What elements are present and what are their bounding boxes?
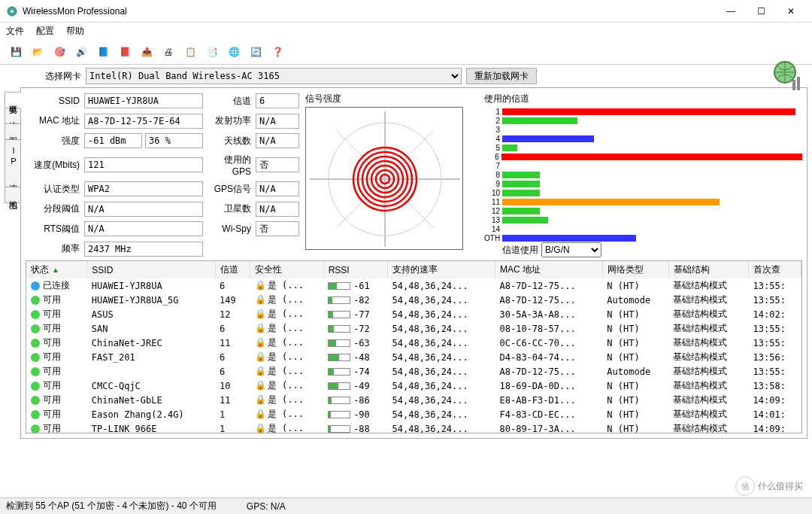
- adapter-select[interactable]: Intel(R) Dual Band Wireless-AC 3165: [86, 68, 462, 84]
- table-row[interactable]: 可用FAST_2016🔒是 (...-4854,48,36,24...D4-83…: [26, 350, 801, 364]
- save-icon[interactable]: 💾: [6, 42, 26, 62]
- grid-header-infra[interactable]: 基础结构: [668, 261, 748, 278]
- channel-bar-row: 12: [484, 206, 802, 215]
- grid-header-channel[interactable]: 信道: [215, 261, 250, 278]
- channel-band-select[interactable]: B/G/N: [541, 242, 601, 257]
- table-row[interactable]: 已连接HUAWEI-YJR8UA6🔒是 (...-6154,48,36,24..…: [26, 278, 801, 293]
- globe-icon: [770, 59, 803, 92]
- channel-bar-row: OTH: [484, 233, 802, 242]
- table-row[interactable]: 可用ChinaNet-GbLE11🔒是 (...-8654,48,36,24..…: [26, 393, 801, 407]
- frag-field[interactable]: [84, 202, 203, 217]
- list-icon[interactable]: 📑: [202, 42, 222, 62]
- signal-radar: [305, 107, 463, 250]
- lock-icon: 🔒: [255, 351, 266, 362]
- channel-bar-row: 13: [484, 215, 802, 224]
- svg-point-1: [11, 10, 14, 13]
- network-grid[interactable]: 状态▲SSID信道安全性RSSI支持的速率MAC 地址网络类型基础结构首次查 已…: [26, 260, 802, 433]
- table-row[interactable]: 可用Eason Zhang(2.4G)1🔒是 (...-9054,48,36,2…: [26, 407, 801, 421]
- channel-bar-row: 7: [484, 161, 802, 170]
- close-button[interactable]: ✕: [776, 1, 806, 22]
- channel-bar-row: 5: [484, 143, 802, 152]
- menubar: 文件 配置 帮助: [0, 23, 812, 39]
- maximize-button[interactable]: ☐: [746, 1, 776, 22]
- help-icon[interactable]: ❓: [268, 42, 287, 62]
- channel-bar-row: 2: [484, 116, 802, 125]
- rts-field[interactable]: [84, 221, 203, 236]
- strength-pct-field[interactable]: [145, 133, 203, 148]
- freq-field[interactable]: [84, 242, 203, 257]
- table-row[interactable]: 可用ChinaNet-JREC11🔒是 (...-6354,48,36,24..…: [26, 336, 801, 350]
- side-tab-3[interactable]: IP 连接: [5, 139, 21, 187]
- channel-field[interactable]: [256, 93, 299, 108]
- app-icon: [6, 5, 18, 17]
- strength-dbm-field[interactable]: [84, 133, 142, 148]
- audio-icon[interactable]: 🔊: [71, 42, 91, 62]
- channel-bar-row: 4: [484, 134, 802, 143]
- grid-header-security[interactable]: 安全性: [250, 261, 323, 278]
- side-tab-2[interactable]: 图形: [5, 123, 21, 140]
- ssid-field[interactable]: [84, 93, 203, 108]
- info-icon[interactable]: 🌐: [224, 42, 244, 62]
- open-icon[interactable]: 📂: [28, 42, 47, 62]
- grid-header-first[interactable]: 首次查: [749, 261, 801, 278]
- grid-header-rates[interactable]: 支持的速率: [388, 261, 495, 278]
- channel-bar-row: 11: [484, 197, 802, 206]
- antennas-field[interactable]: [256, 133, 299, 148]
- lock-icon: 🔒: [255, 366, 266, 376]
- channel-bar-row: 10: [484, 188, 802, 197]
- flag2-icon[interactable]: 📕: [115, 42, 135, 62]
- channel-use-label: 信道使用: [502, 244, 538, 257]
- channel-bar-row: 14: [484, 224, 802, 233]
- table-row[interactable]: 可用6🔒是 (...-7454,48,36,24...A8-7D-12-75..…: [26, 364, 801, 379]
- side-tab-1[interactable]: 统计: [5, 108, 21, 124]
- txpower-field[interactable]: [256, 114, 299, 129]
- side-tabs: 概要统计图形IP 连接地图: [5, 92, 21, 439]
- table-row[interactable]: 可用SAN6🔒是 (...-7254,48,36,24...08-10-78-5…: [26, 321, 801, 336]
- grid-header-status[interactable]: 状态▲: [26, 261, 87, 278]
- side-tab-0[interactable]: 概要: [5, 92, 21, 108]
- copy-icon[interactable]: 📋: [180, 42, 200, 62]
- grid-header-mac[interactable]: MAC 地址: [495, 261, 602, 278]
- target-icon[interactable]: 🎯: [50, 42, 69, 62]
- table-row[interactable]: 可用TP-LINK_966E1🔒是 (...-8854,48,36,24...8…: [26, 421, 801, 433]
- grid-header-nettype[interactable]: 网络类型: [602, 261, 668, 278]
- mac-field[interactable]: [84, 114, 203, 129]
- flag1-icon[interactable]: 📘: [93, 42, 113, 62]
- connection-info: SSID 信道 MAC 地址 发射功率 强度 天线数 速度(Mbits) 使用的…: [26, 93, 299, 257]
- lock-icon: 🔒: [255, 337, 266, 348]
- print-icon[interactable]: 🖨: [159, 42, 178, 62]
- menu-config[interactable]: 配置: [36, 25, 54, 38]
- speed-field[interactable]: [84, 157, 203, 172]
- lock-icon: 🔒: [255, 280, 266, 290]
- signal-strength-title: 信号强度: [305, 93, 478, 105]
- export-icon[interactable]: 📤: [137, 42, 156, 62]
- side-tab-4[interactable]: 地图: [5, 187, 21, 203]
- lock-icon: 🔒: [255, 394, 266, 405]
- status-gps: GPS: N/A: [247, 501, 286, 512]
- gps-field[interactable]: [256, 157, 299, 172]
- gpssig-field[interactable]: [256, 181, 299, 196]
- table-row[interactable]: 可用HUAWEI-YJR8UA_5G149🔒是 (...-8254,48,36,…: [26, 293, 801, 307]
- channel-bar-row: 9: [484, 179, 802, 188]
- grid-header-ssid[interactable]: SSID: [87, 261, 215, 278]
- sats-field[interactable]: [256, 202, 299, 217]
- lock-icon: 🔒: [255, 294, 266, 305]
- menu-file[interactable]: 文件: [6, 25, 24, 38]
- auth-field[interactable]: [84, 181, 203, 196]
- refresh-icon[interactable]: 🔄: [246, 42, 265, 62]
- channel-bar-row: 1: [484, 107, 802, 116]
- lock-icon: 🔒: [255, 423, 266, 433]
- table-row[interactable]: 可用CMCC-QqjC10🔒是 (...-4954,48,36,24...18-…: [26, 379, 801, 393]
- channel-bar-row: 6: [484, 152, 802, 161]
- adapter-label: 选择网卡: [45, 70, 81, 83]
- lock-icon: 🔒: [255, 380, 266, 391]
- reload-adapter-button[interactable]: 重新加载网卡: [466, 68, 537, 84]
- menu-help[interactable]: 帮助: [66, 25, 84, 38]
- grid-header-rssi[interactable]: RSSI: [323, 261, 387, 278]
- channel-bar-row: 8: [484, 170, 802, 179]
- channel-usage-title: 使用的信道: [484, 93, 802, 105]
- status-detected: 检测到 55 个AP (51 个加密 - 4 个未加密) - 40 个可用: [6, 500, 217, 512]
- minimize-button[interactable]: —: [716, 1, 746, 22]
- wispy-field[interactable]: [256, 221, 299, 236]
- table-row[interactable]: 可用ASUS12🔒是 (...-7754,48,36,24...30-5A-3A…: [26, 307, 801, 321]
